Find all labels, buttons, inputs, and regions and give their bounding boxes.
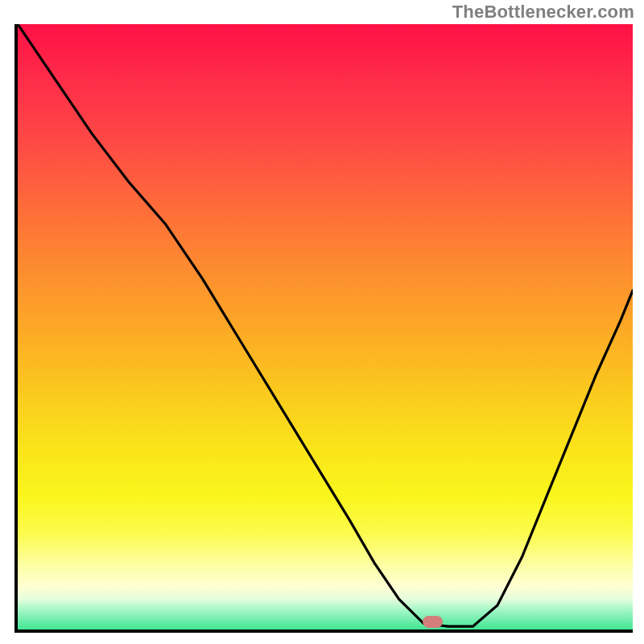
optimal-marker: [423, 616, 442, 628]
attribution-text: TheBottlenecker.com: [452, 2, 634, 23]
curve-path: [18, 24, 633, 626]
bottleneck-curve: [18, 24, 633, 630]
plot-area: [14, 24, 633, 633]
